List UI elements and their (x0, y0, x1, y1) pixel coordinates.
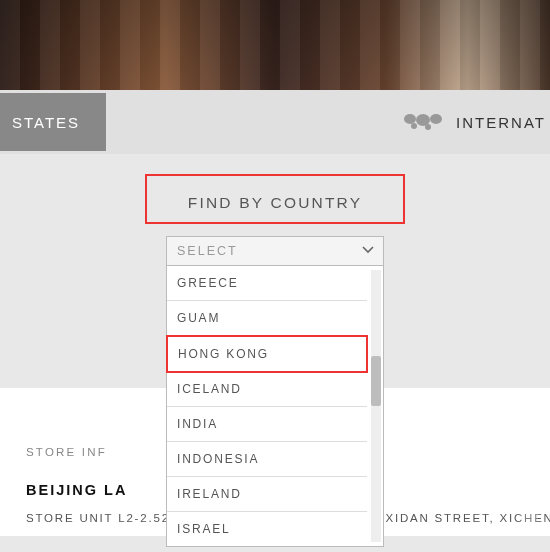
option-label: ISRAEL (177, 522, 231, 536)
tab-bar: STATES INTERNAT (0, 90, 550, 154)
option-label: IRELAND (177, 487, 242, 501)
world-map-icon (400, 109, 446, 136)
weibo-icon (520, 508, 538, 526)
country-option[interactable]: IRELAND (167, 477, 367, 512)
country-option-hongkong[interactable]: HONG KONG (166, 335, 368, 373)
option-label: HONG KONG (178, 347, 269, 361)
country-select-placeholder: SELECT (177, 244, 238, 258)
country-dropdown: GREECE GUAM HONG KONG ICELAND INDIA INDO… (166, 266, 384, 547)
find-by-country-heading-box: FIND BY COUNTRY (145, 174, 405, 224)
country-select[interactable]: SELECT (166, 236, 384, 266)
tab-international-label: INTERNAT (456, 114, 546, 131)
svg-point-3 (425, 124, 431, 130)
country-option[interactable]: INDIA (167, 407, 367, 442)
chevron-down-icon (361, 242, 375, 260)
option-label: GUAM (177, 311, 220, 325)
tab-states-label: STATES (12, 114, 80, 131)
option-label: GREECE (177, 276, 238, 290)
dropdown-scrollbar[interactable] (371, 270, 381, 542)
scrollbar-thumb[interactable] (371, 356, 381, 406)
option-label: ICELAND (177, 382, 242, 396)
option-label: INDIA (177, 417, 218, 431)
country-option[interactable]: GREECE (167, 266, 367, 301)
option-label: INDONESIA (177, 452, 259, 466)
country-option[interactable]: ISRAEL (167, 512, 367, 546)
country-option[interactable]: INDONESIA (167, 442, 367, 477)
svg-point-0 (404, 114, 416, 124)
svg-point-4 (411, 123, 417, 129)
find-by-country-heading: FIND BY COUNTRY (155, 194, 395, 212)
tab-states[interactable]: STATES (0, 93, 106, 151)
hero-image (0, 0, 550, 90)
country-option[interactable]: GUAM (167, 301, 367, 336)
tab-international[interactable]: INTERNAT (400, 109, 550, 136)
country-option[interactable]: ICELAND (167, 372, 367, 407)
watermark (520, 508, 542, 526)
svg-point-2 (430, 114, 442, 124)
